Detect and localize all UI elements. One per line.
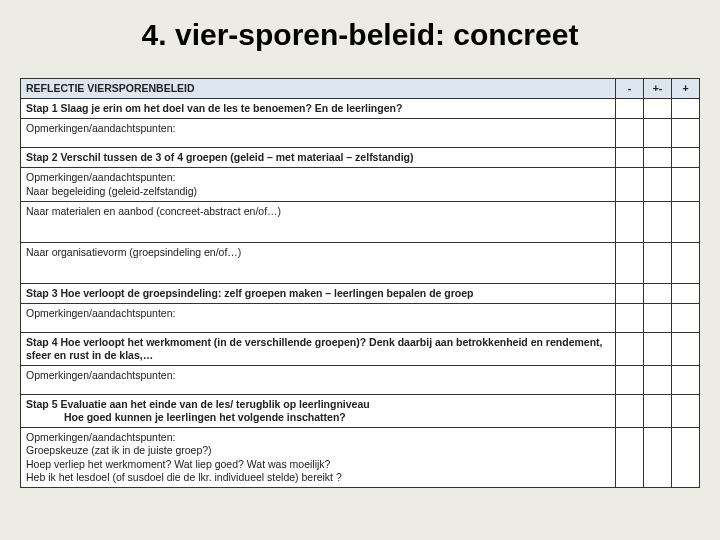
step2-row: Stap 2 Verschil tussen de 3 of 4 groepen… xyxy=(21,148,700,168)
step3-text: Stap 3 Hoe verloopt de groepsindeling: z… xyxy=(21,283,616,303)
step3-plus[interactable] xyxy=(672,283,700,303)
step5-line1: Stap 5 Evaluatie aan het einde van de le… xyxy=(26,398,370,410)
slide: 4. vier-sporen-beleid: concreet REFLECTI… xyxy=(0,0,720,540)
step5-text: Stap 5 Evaluatie aan het einde van de le… xyxy=(21,395,616,428)
step1-notes-pm[interactable] xyxy=(644,119,672,148)
step2-notes-c: Naar organisatievorm (groepsindeling en/… xyxy=(21,242,700,283)
step5-row: Stap 5 Evaluatie aan het einde van de le… xyxy=(21,395,700,428)
step4-plus[interactable] xyxy=(672,332,700,365)
step4-notes-label: Opmerkingen/aandachtspunten: xyxy=(21,366,616,395)
step2-notes-b: Naar materialen en aanbod (concreet-abst… xyxy=(21,201,700,242)
step5-op-b: Groepskeuze (zat ik in de juiste groep?) xyxy=(26,444,212,456)
step1-row: Stap 1 Slaag je erin om het doel van de … xyxy=(21,99,700,119)
step1-notes-row: Opmerkingen/aandachtspunten: xyxy=(21,119,700,148)
step1-notes-minus[interactable] xyxy=(616,119,644,148)
step2-notes-a-text: Opmerkingen/aandachtspunten: Naar begele… xyxy=(21,168,616,201)
step4-row: Stap 4 Hoe verloopt het werkmoment (in d… xyxy=(21,332,700,365)
step4-pm[interactable] xyxy=(644,332,672,365)
step5-op-d: Heb ik het lesdoel (of susdoel die de lk… xyxy=(26,471,342,483)
header-col-plus: + xyxy=(672,79,700,99)
cell[interactable] xyxy=(644,168,672,201)
header-col-plusminus: +- xyxy=(644,79,672,99)
step2-plus[interactable] xyxy=(672,148,700,168)
step2-pm[interactable] xyxy=(644,148,672,168)
cell[interactable] xyxy=(672,242,700,283)
step5-pm[interactable] xyxy=(644,395,672,428)
step2-minus[interactable] xyxy=(616,148,644,168)
step2-text: Stap 2 Verschil tussen de 3 of 4 groepen… xyxy=(21,148,616,168)
step4-minus[interactable] xyxy=(616,332,644,365)
header-col-minus: - xyxy=(616,79,644,99)
slide-title: 4. vier-sporen-beleid: concreet xyxy=(0,0,720,60)
step3-minus[interactable] xyxy=(616,283,644,303)
cell[interactable] xyxy=(672,168,700,201)
table-header-row: REFLECTIE VIERSPORENBELEID - +- + xyxy=(21,79,700,99)
step2-sub-organisatie: Naar organisatievorm (groepsindeling en/… xyxy=(21,242,616,283)
cell[interactable] xyxy=(616,303,644,332)
step1-plus[interactable] xyxy=(672,99,700,119)
cell[interactable] xyxy=(644,428,672,488)
step3-row: Stap 3 Hoe verloopt de groepsindeling: z… xyxy=(21,283,700,303)
cell[interactable] xyxy=(616,168,644,201)
step3-notes-label: Opmerkingen/aandachtspunten: xyxy=(21,303,616,332)
step2-sub-materialen: Naar materialen en aanbod (concreet-abst… xyxy=(21,201,616,242)
step2-oplabel: Opmerkingen/aandachtspunten: xyxy=(26,171,175,183)
step3-notes-row: Opmerkingen/aandachtspunten: xyxy=(21,303,700,332)
cell[interactable] xyxy=(616,366,644,395)
cell[interactable] xyxy=(616,201,644,242)
step1-notes-plus[interactable] xyxy=(672,119,700,148)
step3-pm[interactable] xyxy=(644,283,672,303)
cell[interactable] xyxy=(644,303,672,332)
step5-minus[interactable] xyxy=(616,395,644,428)
step1-notes-label: Opmerkingen/aandachtspunten: xyxy=(21,119,616,148)
step1-minus[interactable] xyxy=(616,99,644,119)
step2-sub-begeleiding: Naar begeleiding (geleid-zelfstandig) xyxy=(26,185,197,197)
cell[interactable] xyxy=(616,428,644,488)
step4-notes-row: Opmerkingen/aandachtspunten: xyxy=(21,366,700,395)
step5-plus[interactable] xyxy=(672,395,700,428)
cell[interactable] xyxy=(644,366,672,395)
step5-op-label: Opmerkingen/aandachtspunten: xyxy=(26,431,175,443)
step5-op-c: Hoep verliep het werkmoment? Wat liep go… xyxy=(26,458,330,470)
cell[interactable] xyxy=(672,428,700,488)
step4-text: Stap 4 Hoe verloopt het werkmoment (in d… xyxy=(21,332,616,365)
step2-notes-a: Opmerkingen/aandachtspunten: Naar begele… xyxy=(21,168,700,201)
header-label: REFLECTIE VIERSPORENBELEID xyxy=(21,79,616,99)
cell[interactable] xyxy=(644,201,672,242)
step1-text: Stap 1 Slaag je erin om het doel van de … xyxy=(21,99,616,119)
cell[interactable] xyxy=(644,242,672,283)
reflection-table-container: REFLECTIE VIERSPORENBELEID - +- + Stap 1… xyxy=(20,78,700,488)
step5-notes-row: Opmerkingen/aandachtspunten: Groepskeuze… xyxy=(21,428,700,488)
cell[interactable] xyxy=(672,201,700,242)
step1-pm[interactable] xyxy=(644,99,672,119)
reflection-table: REFLECTIE VIERSPORENBELEID - +- + Stap 1… xyxy=(20,78,700,488)
cell[interactable] xyxy=(616,242,644,283)
cell[interactable] xyxy=(672,366,700,395)
cell[interactable] xyxy=(672,303,700,332)
step5-notes-text: Opmerkingen/aandachtspunten: Groepskeuze… xyxy=(21,428,616,488)
step5-line2: Hoe goed kunnen je leerlingen het volgen… xyxy=(64,411,346,423)
